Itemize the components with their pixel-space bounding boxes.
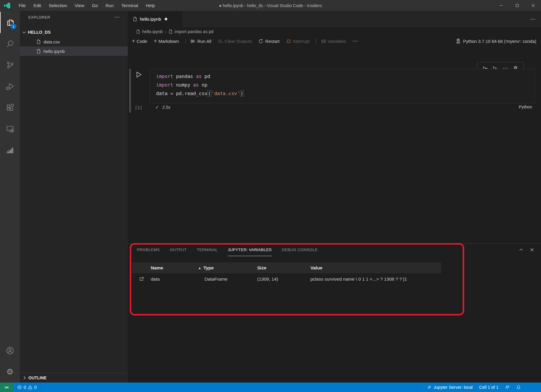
file-item-data.csv[interactable]: data.csv — [20, 37, 128, 46]
panel-tab-output[interactable]: OUTPUT — [170, 244, 187, 256]
editor-area: hello.ipynb ⋯ hello.ipynb›import pandas … — [128, 11, 541, 383]
title-bar: FileEditSelectionViewGoRunTerminalHelp ●… — [0, 0, 541, 11]
notebook-body: ⋯ import pandas as pdimport numpy as npd… — [128, 46, 541, 243]
problems-status[interactable]: 0 0 — [17, 385, 37, 390]
notebook-toolbar: +Code+MarkdownRun AllClear OutputsRestar… — [128, 36, 541, 46]
column-header-value[interactable]: Value — [307, 265, 441, 271]
vscode-insiders-logo — [4, 2, 11, 9]
column-header-type[interactable]: ▲Type — [195, 265, 254, 271]
activity-badge: 1 — [11, 24, 16, 29]
activity-item-extensions[interactable] — [0, 97, 20, 118]
toolbar-restart-button[interactable]: Restart — [258, 39, 279, 44]
add-icon: + — [132, 38, 135, 44]
folder-section-hello-ds[interactable]: HELLO_DS — [20, 27, 128, 37]
warning-count: 0 — [34, 385, 37, 390]
tab-dirty-indicator[interactable] — [165, 18, 167, 20]
kernel-label: Python 3.7.10 64-bit ('myenv': conda) — [463, 39, 536, 44]
chevron-down-icon — [22, 30, 27, 35]
custom-extension-icon — [6, 146, 14, 154]
maximize-icon[interactable] — [509, 0, 525, 11]
toolbar-button-label: Run All — [197, 39, 211, 44]
panel-tab-terminal[interactable]: TERMINAL — [197, 244, 218, 256]
maximize-panel-icon[interactable] — [519, 247, 524, 252]
run-cell-icon[interactable] — [135, 71, 142, 78]
outline-section[interactable]: OUTLINE — [20, 373, 128, 383]
sort-ascending-icon: ▲ — [198, 266, 201, 270]
panel-tab-debug-console[interactable]: DEBUG CONSOLE — [282, 244, 318, 256]
sidebar-title: EXPLORER — [28, 15, 50, 19]
activity-bar: 1 ⚙ — [0, 11, 20, 383]
breadcrumb-item[interactable]: hello.ipynb — [136, 29, 163, 34]
toolbar-markdown-button[interactable]: +Markdown — [154, 38, 179, 44]
file-icon — [132, 17, 137, 22]
close-icon[interactable] — [525, 0, 541, 11]
cell-code: import pandas as pdimport numpy as npdat… — [150, 69, 534, 98]
variable-row-data[interactable]: dataDataFrame(1309, 14)pclass survived n… — [132, 273, 441, 285]
cell-position-status[interactable]: Cell 1 of 1 — [479, 385, 498, 390]
activity-item-custom-extension[interactable] — [0, 139, 20, 161]
column-header-size[interactable]: Size — [254, 265, 307, 271]
file-item-hello.ipynb[interactable]: hello.ipynb — [20, 46, 128, 56]
remote-indicator[interactable]: >< — [0, 383, 13, 392]
tab-hello-ipynb[interactable]: hello.ipynb — [128, 11, 182, 27]
open-variable-button[interactable] — [132, 276, 148, 282]
cell-language-picker[interactable]: Python — [519, 105, 532, 109]
menu-help[interactable]: Help — [142, 0, 159, 11]
activity-bar-top: 1 — [0, 12, 20, 161]
activity-item-remote-explorer[interactable] — [0, 118, 20, 139]
activity-item-account[interactable] — [0, 340, 20, 361]
cell-status: ✓ 2.5s — [155, 105, 170, 110]
search-icon — [6, 40, 14, 48]
activity-item-run-debug[interactable] — [0, 76, 20, 97]
cell-code-editor[interactable]: import pandas as pdimport numpy as npdat… — [149, 69, 535, 103]
close-panel-icon[interactable] — [529, 247, 534, 252]
jupyter-server-status[interactable]: Jupyter Server: local — [427, 385, 473, 390]
kernel-picker[interactable]: Python 3.7.10 64-bit ('myenv': conda) — [456, 38, 541, 44]
settings-gear-icon: ⚙ — [6, 368, 13, 376]
panel-tab-problems[interactable]: PROBLEMS — [137, 244, 160, 256]
file-icon — [36, 39, 41, 44]
toolbar-clear-outputs-button[interactable]: Clear Outputs — [218, 39, 252, 44]
toolbar-run-all-button[interactable]: Run All — [190, 39, 211, 44]
menu-terminal[interactable]: Terminal — [118, 0, 142, 11]
run-all-icon — [190, 39, 195, 44]
toolbar-more-actions-icon[interactable]: ⋯ — [352, 38, 358, 44]
activity-item-search[interactable] — [0, 33, 20, 54]
activity-item-settings-gear[interactable]: ⚙ — [0, 361, 20, 383]
toolbar-variables-button[interactable]: Variables — [321, 39, 346, 44]
editor-actions-icon[interactable]: ⋯ — [530, 16, 536, 22]
activity-item-source-control[interactable] — [0, 54, 20, 76]
menu-run[interactable]: Run — [102, 0, 118, 11]
toolbar-code-button[interactable]: +Code — [132, 38, 147, 44]
sidebar-more-actions-icon[interactable]: ⋯ — [114, 14, 124, 20]
panel-tab-jupyter-variables[interactable]: JUPYTER: VARIABLES — [228, 244, 271, 256]
extensions-icon — [6, 103, 14, 112]
menu-selection[interactable]: Selection — [45, 0, 71, 11]
menu-bar: FileEditSelectionViewGoRunTerminalHelp — [15, 0, 159, 11]
breadcrumb-item[interactable]: import pandas as pd — [168, 29, 213, 34]
activity-item-explorer[interactable]: 1 — [0, 12, 20, 33]
column-header-label: Type — [203, 265, 214, 271]
cell-position-label: Cell 1 of 1 — [479, 385, 498, 390]
code-line: data = pd.read_csv('data.csv') — [156, 89, 534, 98]
menu-go[interactable]: Go — [88, 0, 102, 11]
breadcrumb: hello.ipynb›import pandas as pd — [128, 27, 541, 36]
breadcrumb-label: import pandas as pd — [175, 29, 213, 34]
file-icon — [136, 29, 140, 34]
menu-edit[interactable]: Edit — [30, 0, 45, 11]
source-control-icon — [6, 61, 14, 69]
minimize-icon[interactable] — [493, 0, 509, 11]
toolbar-interrupt-button[interactable]: Interrupt — [286, 39, 310, 44]
bell-icon[interactable] — [516, 385, 521, 390]
feedback-icon[interactable] — [505, 385, 510, 390]
menu-file[interactable]: File — [15, 0, 30, 11]
toolbar-button-label: Clear Outputs — [225, 39, 252, 44]
column-header-name[interactable]: Name — [148, 265, 195, 271]
menu-view[interactable]: View — [71, 0, 88, 11]
vscode-window: FileEditSelectionViewGoRunTerminalHelp ●… — [0, 0, 541, 392]
toolbar-button-label: Restart — [265, 39, 279, 44]
kernel-icon — [456, 38, 461, 44]
cell-focus-bar[interactable] — [129, 69, 131, 113]
panel-tabs: PROBLEMSOUTPUTTERMINALJUPYTER: VARIABLES… — [128, 244, 541, 256]
variable-type: DataFrame — [195, 276, 254, 282]
